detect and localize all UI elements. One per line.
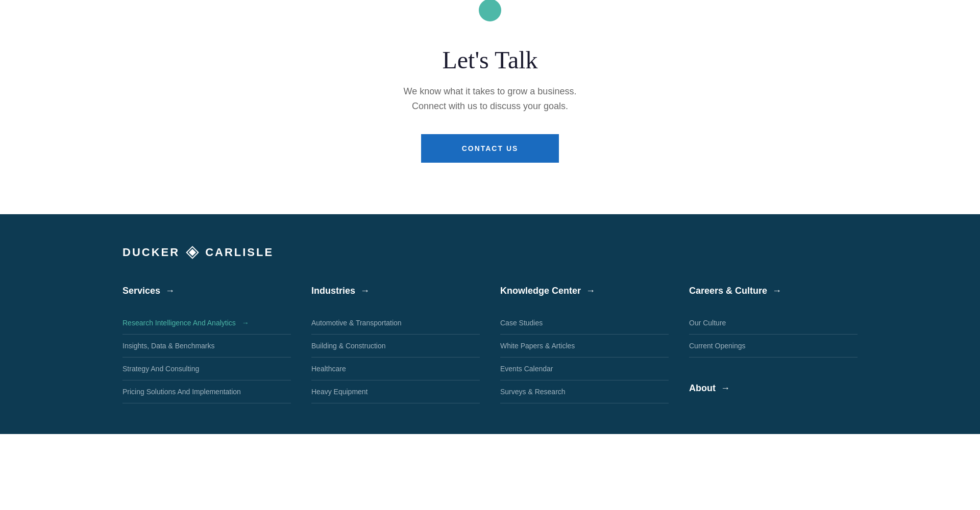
link-heavy-equipment[interactable]: Heavy Equipment (311, 380, 480, 403)
link-arrow-icon: → (242, 319, 249, 327)
link-building-construction[interactable]: Building & Construction (311, 335, 480, 358)
hero-section: Let's Talk We know what it takes to grow… (0, 0, 980, 214)
knowledge-title-text: Knowledge Center (500, 286, 581, 296)
logo-text-right: CARLISLE (205, 246, 274, 259)
link-healthcare[interactable]: Healthcare (311, 358, 480, 380)
link-our-culture[interactable]: Our Culture (689, 312, 857, 335)
careers-col-title[interactable]: Careers & Culture → (689, 286, 857, 296)
link-events-calendar[interactable]: Events Calendar (500, 358, 669, 380)
footer-col-careers: Careers & Culture → Our Culture Current … (689, 286, 857, 403)
footer-col-industries: Industries → Automotive & Transportation… (311, 286, 480, 403)
contact-us-button[interactable]: CONTACT US (421, 134, 559, 163)
industries-arrow-icon: → (360, 286, 370, 296)
about-col-title[interactable]: About → (689, 383, 857, 394)
services-col-title[interactable]: Services → (122, 286, 291, 296)
knowledge-arrow-icon: → (586, 286, 595, 296)
link-white-papers[interactable]: White Papers & Articles (500, 335, 669, 358)
logo-text: DUCKER CARLISLE (122, 245, 274, 260)
hero-subtitle: We know what it takes to grow a business… (404, 84, 577, 114)
link-case-studies[interactable]: Case Studies (500, 312, 669, 335)
link-automotive[interactable]: Automotive & Transportation (311, 312, 480, 335)
footer-col-knowledge: Knowledge Center → Case Studies White Pa… (500, 286, 669, 403)
link-surveys-research[interactable]: Surveys & Research (500, 380, 669, 403)
services-title-text: Services (122, 286, 160, 296)
careers-title-text: Careers & Culture (689, 286, 767, 296)
careers-arrow-icon: → (772, 286, 781, 296)
link-strategy-consulting[interactable]: Strategy And Consulting (122, 358, 291, 380)
link-research-intelligence[interactable]: Research Intelligence And Analytics → (122, 312, 291, 335)
services-arrow-icon: → (165, 286, 175, 296)
logo-diamond-icon (185, 245, 200, 260)
industries-col-title[interactable]: Industries → (311, 286, 480, 296)
about-title-text: About (689, 383, 716, 394)
about-arrow-icon: → (721, 383, 730, 394)
footer-nav: Services → Research Intelligence And Ana… (122, 286, 857, 403)
knowledge-col-title[interactable]: Knowledge Center → (500, 286, 669, 296)
logo-text-left: DUCKER (122, 246, 180, 259)
industries-title-text: Industries (311, 286, 355, 296)
footer-section: DUCKER CARLISLE Services → Research Inte… (0, 214, 980, 434)
hero-icon (475, 0, 505, 31)
footer-col-services: Services → Research Intelligence And Ana… (122, 286, 291, 403)
link-current-openings[interactable]: Current Openings (689, 335, 857, 358)
subtitle-line1: We know what it takes to grow a business… (404, 86, 577, 96)
footer-logo: DUCKER CARLISLE (122, 245, 857, 260)
hero-title: Let's Talk (442, 46, 537, 74)
subtitle-line2: Connect with us to discuss your goals. (412, 101, 568, 111)
link-pricing-solutions[interactable]: Pricing Solutions And Implementation (122, 380, 291, 403)
link-insights-data[interactable]: Insights, Data & Benchmarks (122, 335, 291, 358)
